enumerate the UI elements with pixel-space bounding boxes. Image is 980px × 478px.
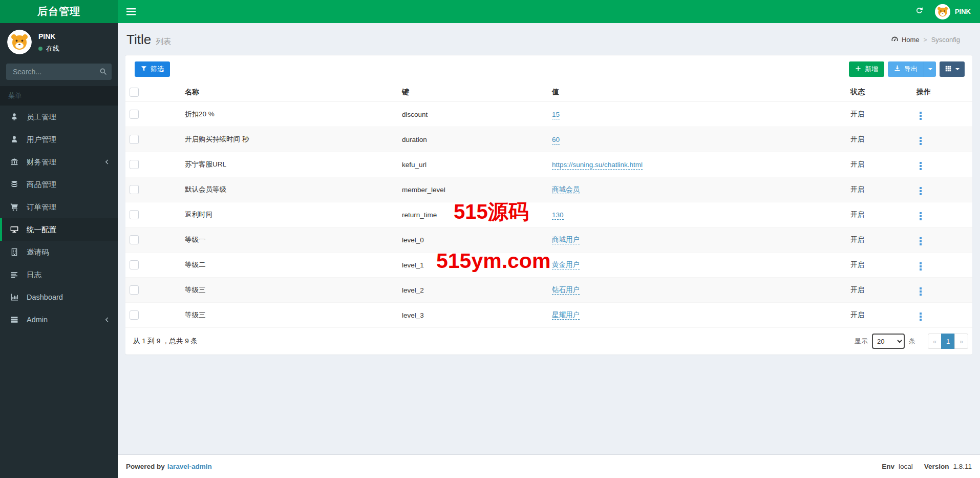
row-checkbox[interactable] xyxy=(130,235,139,244)
building-icon xyxy=(10,248,22,256)
cell-value-link[interactable]: 15 xyxy=(552,111,560,119)
table-header-key: 键 xyxy=(398,83,548,102)
prev-page-button[interactable]: « xyxy=(928,334,942,349)
cell-value-link[interactable]: 黄金用户 xyxy=(552,261,580,269)
cell-value-link[interactable]: 60 xyxy=(552,136,560,144)
search-icon[interactable] xyxy=(99,68,107,77)
show-label: 显示 xyxy=(855,337,868,346)
grid-icon xyxy=(945,65,952,74)
table-row: 苏宁客服URL kefu_url https://suning.su/chatl… xyxy=(125,152,972,177)
cell-name: 等级三 xyxy=(181,303,398,328)
row-actions-icon[interactable] xyxy=(917,261,925,272)
top-navbar: 后台管理 PINK xyxy=(0,0,980,23)
export-dropdown-button[interactable] xyxy=(924,61,936,77)
avatar[interactable] xyxy=(7,30,32,54)
cell-key: member_level xyxy=(398,177,548,202)
sidebar-item[interactable]: Admin xyxy=(0,308,118,331)
per-page-select[interactable]: 20 xyxy=(872,334,905,349)
sidebar-item[interactable]: 员工管理 xyxy=(0,106,118,128)
plus-icon xyxy=(855,66,861,73)
sidebar-item[interactable]: 邀请码 xyxy=(0,241,118,263)
sidebar-item[interactable]: 统一配置 xyxy=(0,218,118,241)
row-checkbox[interactable] xyxy=(130,260,139,269)
cell-value-link[interactable]: 商城会员 xyxy=(552,185,580,194)
chevron-left-icon xyxy=(104,159,110,165)
sidebar-item[interactable]: 用户管理 xyxy=(0,128,118,151)
table-row: 等级一 level_0 商城用户 开启 xyxy=(125,227,972,253)
table-row: 默认会员等级 member_level 商城会员 开启 xyxy=(125,177,972,202)
sidebar-item[interactable]: 日志 xyxy=(0,263,118,286)
breadcrumb-current: Sysconfig xyxy=(931,36,960,44)
column-selector-button[interactable] xyxy=(940,61,965,77)
row-actions-icon[interactable] xyxy=(917,136,925,146)
records-summary: 从 1 到 9 ，总共 9 条 xyxy=(133,337,198,346)
refresh-button[interactable] xyxy=(915,6,924,17)
brand-logo[interactable]: 后台管理 xyxy=(0,0,118,23)
sidebar-item[interactable]: 财务管理 xyxy=(0,151,118,173)
sidebar-toggle-button[interactable] xyxy=(118,0,144,23)
cell-value-link[interactable]: 星耀用户 xyxy=(552,311,580,320)
row-checkbox[interactable] xyxy=(130,160,139,169)
row-checkbox[interactable] xyxy=(130,310,139,320)
cell-value-link[interactable]: 商城用户 xyxy=(552,236,580,244)
row-checkbox[interactable] xyxy=(130,210,139,219)
table-row: 等级三 level_3 星耀用户 开启 xyxy=(125,303,972,328)
next-page-button[interactable]: » xyxy=(954,334,968,349)
sidebar-menu: 员工管理 用户管理 财务管理 商品管理 订单管理 统一配置 xyxy=(0,106,118,331)
cell-value-link[interactable]: 130 xyxy=(552,211,564,220)
row-checkbox[interactable] xyxy=(130,285,139,295)
staff-icon xyxy=(10,113,22,121)
table-row: 返利时间 return_time 130 开启 xyxy=(125,202,972,227)
sidebar-item[interactable]: 订单管理 xyxy=(0,196,118,218)
config-box: 筛选 新增 xyxy=(125,55,972,355)
export-button[interactable]: 导出 xyxy=(888,61,924,77)
row-actions-icon[interactable] xyxy=(917,161,925,171)
export-button-group: 导出 xyxy=(888,61,936,77)
content-area: Title列表 Home > Sysconfig xyxy=(118,23,980,454)
user-menu[interactable]: PINK xyxy=(935,4,971,19)
add-button[interactable]: 新增 xyxy=(849,61,884,77)
row-actions-icon[interactable] xyxy=(917,186,925,196)
desktop-icon xyxy=(10,225,22,234)
table-row: 等级三 level_2 钻石用户 开启 xyxy=(125,278,972,303)
cell-key: level_3 xyxy=(398,303,548,328)
config-table: 名称 键 值 状态 操作 折扣20 % discount 15 开启 开启购买持… xyxy=(125,83,972,328)
row-checkbox[interactable] xyxy=(130,135,139,144)
database-icon xyxy=(10,180,22,189)
sidebar-item-label: 日志 xyxy=(27,270,41,280)
cell-status: 开启 xyxy=(846,152,912,177)
hamburger-icon xyxy=(126,8,136,15)
filter-button[interactable]: 筛选 xyxy=(135,61,170,77)
laravel-admin-link[interactable]: laravel-admin xyxy=(167,463,212,470)
env-value: local xyxy=(899,463,913,470)
page-1-button[interactable]: 1 xyxy=(941,334,955,349)
cell-value-link[interactable]: https://suning.su/chatlink.html xyxy=(552,161,643,170)
cell-name: 等级一 xyxy=(181,227,398,253)
sidebar-item-label: 统一配置 xyxy=(27,225,56,235)
pagination: « 1 » xyxy=(928,334,968,349)
cart-icon xyxy=(10,203,22,211)
row-checkbox[interactable] xyxy=(130,185,139,194)
row-actions-icon[interactable] xyxy=(917,111,925,121)
breadcrumb: Home > Sysconfig xyxy=(891,35,971,45)
breadcrumb-home-link[interactable]: Home xyxy=(891,35,920,45)
row-actions-icon[interactable] xyxy=(917,311,925,322)
row-actions-icon[interactable] xyxy=(917,211,925,221)
cell-status: 开启 xyxy=(846,227,912,253)
select-all-checkbox[interactable] xyxy=(130,88,139,97)
search-input[interactable] xyxy=(6,64,112,80)
row-actions-icon[interactable] xyxy=(917,286,925,297)
cell-value-link[interactable]: 钻石用户 xyxy=(552,286,580,295)
row-checkbox[interactable] xyxy=(130,110,139,119)
cell-name: 开启购买持续时间 秒 xyxy=(181,127,398,152)
page-title-block: Title列表 xyxy=(126,32,171,48)
cell-key: level_2 xyxy=(398,278,548,303)
cell-name: 等级二 xyxy=(181,253,398,278)
cell-status: 开启 xyxy=(846,202,912,227)
table-row: 等级二 level_1 黄金用户 开启 xyxy=(125,253,972,278)
sidebar-item[interactable]: 商品管理 xyxy=(0,173,118,196)
sidebar-item[interactable]: Dashboard xyxy=(0,286,118,308)
row-actions-icon[interactable] xyxy=(917,236,925,246)
page-title: Title xyxy=(126,32,151,47)
cell-name: 等级三 xyxy=(181,278,398,303)
